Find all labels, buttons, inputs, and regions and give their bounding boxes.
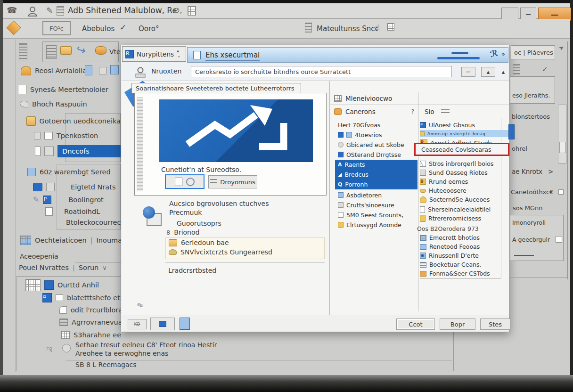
rp-label-4-row[interactable]: Canetoóthxc€ — [511, 188, 564, 196]
comment-bubble-icon[interactable] — [95, 46, 106, 55]
phone-icon[interactable]: ☎ — [7, 5, 17, 15]
menu-item-1[interactable]: Abebulos — [82, 24, 115, 33]
cat-item-6[interactable]: Q Porronh — [335, 180, 417, 189]
bt-item-2[interactable]: odit l'rcurlblorae — [59, 306, 121, 314]
tab2-left[interactable]: Pouel Nvrattes — [19, 264, 69, 271]
menu-item-2[interactable]: Ooro° — [139, 24, 159, 33]
clipboard-icon[interactable] — [305, 23, 312, 33]
s2-item-4[interactable]: Btoleckocourrecd — [66, 219, 121, 226]
cat-item-8[interactable]: Crutts'sinoesure — [335, 200, 417, 210]
snapshot-button[interactable] — [150, 318, 175, 330]
sio-item-8[interactable]: Socternd5e Auceoes — [420, 195, 509, 204]
tree-item-2[interactable]: Bhoch Raspuuin — [20, 100, 119, 108]
s2-item-3[interactable]: RoatioihdL — [45, 207, 121, 216]
cat-item-1[interactable]: 4toesrios — [335, 130, 417, 139]
tab-left[interactable]: Oechteiaticoen — [35, 237, 87, 244]
rp-scrollbar[interactable] — [558, 105, 566, 163]
view-toggle-button[interactable] — [165, 174, 205, 189]
sio-item-14[interactable]: ▣ Rinussenll D'erte — [420, 251, 509, 260]
user-icon[interactable] — [27, 6, 38, 17]
bt-item-4[interactable]: S3harahne ee — [61, 331, 121, 339]
rp-dash-button[interactable] — [514, 255, 534, 256]
tree-item-1[interactable]: Synes& Meertetnoloier — [18, 85, 119, 94]
cat-item-2[interactable]: Gbicared eut Skobe — [335, 140, 417, 149]
red-annotated-item[interactable]: Ceasseade Covlsbearas — [414, 143, 509, 156]
titlebar-chevrons-icon[interactable]: » — [501, 50, 505, 57]
folder-plug-icon[interactable] — [60, 46, 72, 55]
expand-arrow-icon[interactable]: > — [548, 168, 553, 175]
pen-icon[interactable]: ✎ — [46, 6, 53, 15]
sio-item-4[interactable]: ╲ Stros inbrorgerll boios — [420, 159, 509, 168]
tree0-doc-icon[interactable] — [85, 65, 92, 75]
app-root: ☎ ✎ Adb Shitened Malublow, Realill Gsa ⊘… — [0, 0, 573, 392]
user-grid-icon[interactable] — [188, 6, 196, 16]
caret-down-icon[interactable]: ∨ — [102, 264, 107, 271]
grid-icon[interactable] — [387, 23, 394, 31]
right-panel-header[interactable]: oc | Pláevres — [511, 45, 555, 59]
cat-item-7[interactable]: Asbdietoren — [335, 190, 417, 200]
top-button[interactable]: ▴ — [498, 67, 508, 77]
bottom-panel-line — [66, 360, 452, 360]
cat-item-10[interactable]: Elrtussygd Aoonde — [335, 220, 417, 229]
tree0-monitor-icon[interactable] — [110, 65, 119, 74]
sio-item-5[interactable]: Sund Oasseg Riotes — [420, 168, 509, 177]
tab-pin-icon[interactable]: ▴﹡ — [177, 48, 183, 60]
tree-item-5[interactable]: Dnccofs — [35, 145, 121, 157]
cat-item-3[interactable]: OSterand Drrgtsse — [335, 150, 417, 159]
tree-item-3[interactable]: Gotoeron ueodkconeika — [26, 116, 121, 126]
cat2-icon — [338, 142, 344, 147]
sio-item-0[interactable]: E UlAoest Gbsous — [420, 121, 509, 130]
tab-right[interactable]: Inoumairrea — [97, 237, 121, 244]
sio-item-6[interactable]: B Rrund eemes — [420, 177, 509, 186]
collapse-button[interactable]: − — [461, 67, 475, 77]
tree-item-4[interactable]: Tpenkostion — [34, 132, 121, 139]
dialog-tab[interactable]: R Nurypittens ▴﹡ — [122, 46, 186, 62]
rp-scroll-thumb[interactable] — [559, 142, 566, 153]
sio-item-15[interactable]: Boeketuar Ceans. — [420, 260, 509, 269]
rp-checkbox[interactable] — [556, 236, 562, 243]
dropdown-view-button[interactable]: Droyomuns — [208, 175, 257, 188]
hl-row-1[interactable]: 6erledoun bae — [166, 238, 324, 247]
sio-item-7[interactable]: Huteeoosere — [420, 186, 509, 195]
sio-item-10[interactable]: Rtrereroomicisess — [420, 214, 509, 223]
sio-item-13[interactable]: Renetood Feooas — [420, 242, 509, 251]
preview-scroll-strip[interactable] — [137, 97, 143, 191]
up-button[interactable]: ▴ — [481, 67, 495, 77]
cat-item-0[interactable]: Hert 70Gfvoas — [335, 120, 417, 130]
bt-item-0[interactable]: Ourttd Anhil — [25, 279, 120, 291]
cat-item-9[interactable]: 5M0 Seest Srounts, — [335, 210, 417, 220]
tab2-right[interactable]: Sorun — [79, 264, 98, 271]
diamond-icon[interactable] — [6, 20, 21, 35]
sio-item-12[interactable]: Emecrott bhotios — [420, 233, 509, 242]
rp-label-3-row[interactable]: ae Knrotx > — [512, 168, 553, 175]
ok-button[interactable]: Ccot — [396, 318, 435, 330]
help-icon[interactable]: ? — [411, 108, 418, 115]
s2-item-0[interactable]: 60z warembgt Sered — [27, 168, 120, 176]
categories-header[interactable]: Canerons ? — [330, 105, 418, 118]
rp-tool-icon[interactable] — [513, 64, 520, 74]
zoom-badge[interactable]: FO¹c — [42, 21, 71, 35]
rp-blue-chip[interactable] — [508, 124, 515, 139]
bt-item-1[interactable]: ▫ blatetttshefo etxd — [42, 293, 121, 302]
sio-item-9[interactable]: Sherseincaleeiaidtilel — [420, 205, 509, 214]
document-icon[interactable] — [57, 6, 64, 16]
cat-item-5[interactable]: ◢ Bredcus — [335, 170, 417, 180]
tree0-plug-icon[interactable] — [99, 67, 106, 74]
search-input[interactable] — [191, 66, 452, 77]
refresh-doc-icon[interactable] — [180, 318, 190, 330]
page-icon[interactable] — [46, 45, 57, 59]
keyboard-mini-button[interactable]: KD — [128, 319, 147, 329]
bt-item-3[interactable]: Agrrovranevua — [59, 318, 121, 326]
sio-item-16[interactable]: Fonma&Seer CSTods — [420, 269, 509, 278]
bt-grid-icon[interactable] — [25, 279, 41, 291]
hl-row-2[interactable]: SNVlvcixtcrzts Gungearresd — [166, 247, 324, 257]
cat-item-4[interactable]: A Raents — [335, 160, 417, 170]
open-button[interactable]: Bopr — [440, 318, 475, 330]
save-button[interactable]: Stes — [480, 318, 510, 330]
sio-item-1[interactable]: Ammsigi osbegite bosig — [420, 130, 509, 137]
sio-header[interactable]: Sio — [418, 105, 509, 118]
list-icon[interactable] — [19, 43, 27, 60]
tree-selected-row[interactable]: Dnccofs — [57, 145, 121, 157]
s2-item-1[interactable]: Eigtetd Nrats — [33, 183, 121, 191]
s2-item-2[interactable]: ✎ P Boolingrot — [33, 195, 121, 204]
